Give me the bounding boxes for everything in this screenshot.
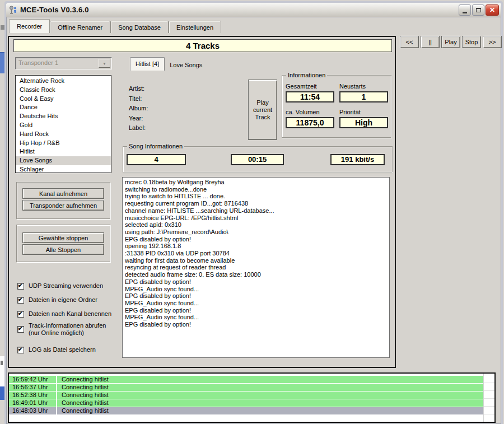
playback-button[interactable]: || xyxy=(421,36,440,48)
log-line: MPEG_Audio sync found... xyxy=(125,286,387,293)
genre-list-item[interactable]: Hard Rock xyxy=(16,130,111,139)
song-info-value: 4 xyxy=(127,154,186,165)
channel-subtab[interactable]: Love Songs xyxy=(165,59,207,71)
connection-time: 16:49:01 Uhr xyxy=(9,399,56,407)
genre-list-item[interactable]: Love Songs xyxy=(16,156,111,165)
channel-subtabs: Hitlist [4] Love Songs xyxy=(130,57,207,71)
action-button[interactable]: Alle Stoppen xyxy=(22,244,104,255)
action-button[interactable]: Transponder aufnehmen xyxy=(22,200,104,211)
genre-list-item[interactable]: Alternative Rock xyxy=(16,77,111,86)
connection-message: Connecting hitlist xyxy=(57,376,484,383)
genre-list-item[interactable]: Cool & Easy xyxy=(16,95,111,104)
log-line: requesting current program ID...got: 871… xyxy=(125,200,387,207)
log-line: EPG disabled by option! xyxy=(125,278,387,286)
main-tab[interactable]: Offline Renamer xyxy=(50,21,110,33)
log-line: musicchoice EPG-URL: /EPG/hitlist.shtml xyxy=(125,215,387,222)
track-field-label: Artist: xyxy=(129,84,148,94)
play-current-track-button[interactable]: Play current Track xyxy=(248,80,277,140)
background-window-fragment xyxy=(0,52,4,73)
info-field-value: 11:54 xyxy=(286,91,334,102)
connection-row[interactable]: 16:52:38 Uhr Connecting hitlist xyxy=(9,392,494,399)
log-line: channel name: HITLISTE ...searching URL-… xyxy=(125,207,387,215)
info-field: ca. Volumen 11875,0 xyxy=(286,109,334,128)
main-tab[interactable]: Song Database xyxy=(110,21,169,33)
playback-button[interactable]: >> xyxy=(483,36,502,48)
info-field-label: Priorität xyxy=(339,109,388,115)
connection-message: Connecting hitlist xyxy=(57,407,484,414)
track-field-label: Album: xyxy=(129,104,148,114)
genre-list-item[interactable]: Schlager xyxy=(16,165,111,173)
genre-list-item[interactable]: Deutsche Hits xyxy=(16,112,111,121)
genre-list-item[interactable]: Gold xyxy=(16,121,111,130)
background-window-fragment xyxy=(0,386,4,400)
info-field-value: 11875,0 xyxy=(286,117,334,128)
log-line: EPG disabled by option! xyxy=(125,236,387,243)
minimize-button[interactable] xyxy=(459,4,471,16)
connection-row[interactable]: 16:59:42 Uhr Connecting hitlist xyxy=(9,376,494,383)
connection-row[interactable]: 16:49:01 Uhr Connecting hitlist xyxy=(9,399,494,407)
transponder-value: Transponder 1 xyxy=(18,59,58,66)
informationen-groupbox: Informationen Gesamtzeit 11:54 Neustarts… xyxy=(282,75,391,138)
checkbox[interactable]: ✔ xyxy=(17,311,24,318)
genre-list-item[interactable]: Dance xyxy=(16,103,111,112)
connection-extra-cell xyxy=(484,392,494,399)
genre-list-item[interactable]: Hitlist xyxy=(16,147,111,156)
log-line: trying to switch to HITLISTE ... done. xyxy=(125,193,387,200)
option-row: ✔ Track-Informationen abrufen (nur Onlin… xyxy=(17,322,127,337)
playback-button[interactable]: Play xyxy=(441,36,460,48)
checkbox-label: Dateien nach Kanal benennen xyxy=(29,310,111,318)
connection-extra-cell xyxy=(484,399,494,407)
connection-row[interactable]: 16:48:03 Uhr Connecting hitlist xyxy=(9,407,494,414)
checkbox[interactable]: ✔ xyxy=(17,347,24,353)
main-tabstrip: Recorder Offline Renamer Song Database E… xyxy=(9,19,221,33)
transponder-select[interactable]: Transponder 1 ▼ xyxy=(15,57,112,69)
connection-extra-cell xyxy=(484,407,494,414)
log-line: selected apid: 0x310 xyxy=(125,221,387,229)
connection-message: Connecting hitlist xyxy=(57,399,484,407)
checkbox[interactable]: ✔ xyxy=(17,326,24,333)
info-field-label: Neustarts xyxy=(339,83,388,90)
minimize-icon xyxy=(463,12,467,13)
connection-extra-cell xyxy=(484,384,494,391)
action-button[interactable]: Gewählte stoppen xyxy=(22,232,104,243)
log-line: MPEG_Audio sync found... xyxy=(125,300,387,307)
chevron-down-icon[interactable]: ▼ xyxy=(99,59,110,68)
song-info-value: 191 kbit/s xyxy=(330,154,385,165)
checkbox-label: LOG als Datei speichern xyxy=(29,346,96,353)
connection-time: 16:48:03 Uhr xyxy=(9,407,56,414)
action-button[interactable]: Kanal aufnehmen xyxy=(22,188,104,199)
tracks-banner: 4 Tracks xyxy=(13,39,392,52)
genre-list-item[interactable]: Classic Rock xyxy=(16,86,111,95)
checkbox[interactable]: ✔ xyxy=(17,283,24,290)
close-button[interactable]: ✕ xyxy=(486,4,499,16)
log-line: waiting for first data to become availab… xyxy=(125,257,387,264)
connection-extra-cell xyxy=(484,376,494,383)
recorder-log-memo[interactable]: mcrec 0.18beta by Wolfgang Breyha switch… xyxy=(122,177,390,358)
genre-list-item[interactable]: Hip Hop / R&B xyxy=(16,139,111,148)
log-line: EPG disabled by option! xyxy=(125,307,387,314)
maximize-button[interactable] xyxy=(472,4,484,16)
channel-subtab[interactable]: Hitlist [4] xyxy=(130,57,165,71)
main-tab[interactable]: Einstellungen xyxy=(169,21,221,33)
option-row: ✔ LOG als Datei speichern xyxy=(17,346,127,353)
info-field-label: Gesamtzeit xyxy=(286,83,334,90)
track-field-label: Label: xyxy=(129,123,148,133)
playback-button[interactable]: << xyxy=(400,36,419,48)
info-field: Gesamtzeit 11:54 xyxy=(286,83,334,102)
connection-time: 16:59:42 Uhr xyxy=(9,376,56,383)
genre-listbox[interactable]: Alternative Rock Classic Rock Cool & Eas… xyxy=(15,75,111,173)
connection-log-table[interactable]: 16:59:42 Uhr Connecting hitlist 16:56:37… xyxy=(8,372,496,423)
maximize-icon xyxy=(476,8,481,12)
info-field-value: 1 xyxy=(339,91,388,102)
connection-message: Connecting hitlist xyxy=(57,392,484,399)
track-info-labels: Artist: Titel: Album: Year: Label: xyxy=(129,84,148,133)
log-line: resyncing at request of reader thread xyxy=(125,264,387,271)
checkbox-label: Track-Informationen abrufen (nur Online … xyxy=(29,322,106,337)
playback-button[interactable]: Stop xyxy=(462,36,481,48)
titlebar[interactable]: MCE-Tools V0.3.6.0 ✕ xyxy=(6,3,501,17)
connection-row[interactable]: 16:56:37 Uhr Connecting hitlist xyxy=(9,384,494,391)
main-tab[interactable]: Recorder xyxy=(9,19,50,33)
log-line: using path: J:\Premiere_record\Audio\ xyxy=(125,229,387,236)
checkbox[interactable]: ✔ xyxy=(17,297,24,304)
recorder-panel: 4 Tracks Transponder 1 ▼ Hitlist [4] Lov… xyxy=(8,36,396,368)
